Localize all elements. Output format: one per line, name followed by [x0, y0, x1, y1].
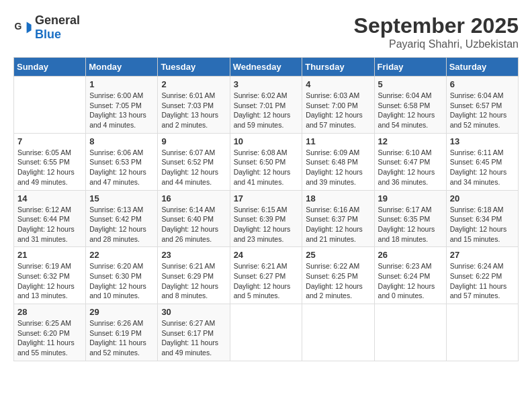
- day-info: Sunrise: 6:14 AM Sunset: 6:40 PM Dayligh…: [161, 205, 226, 244]
- col-monday: Monday: [86, 58, 158, 77]
- table-row: 6Sunrise: 6:04 AM Sunset: 6:57 PM Daylig…: [446, 77, 518, 134]
- table-row: [446, 304, 518, 361]
- table-row: 21Sunrise: 6:19 AM Sunset: 6:32 PM Dayli…: [14, 247, 86, 304]
- day-number: 8: [89, 136, 154, 146]
- day-number: 27: [450, 250, 515, 260]
- svg-marker-1: [27, 22, 32, 34]
- table-row: 20Sunrise: 6:18 AM Sunset: 6:34 PM Dayli…: [446, 190, 518, 247]
- table-row: 15Sunrise: 6:13 AM Sunset: 6:42 PM Dayli…: [86, 190, 158, 247]
- calendar-week-row: 1Sunrise: 6:00 AM Sunset: 7:05 PM Daylig…: [14, 77, 519, 134]
- day-info: Sunrise: 6:12 AM Sunset: 6:44 PM Dayligh…: [17, 205, 82, 244]
- table-row: 26Sunrise: 6:23 AM Sunset: 6:24 PM Dayli…: [374, 247, 446, 304]
- day-number: 29: [89, 307, 154, 317]
- day-info: Sunrise: 6:03 AM Sunset: 7:00 PM Dayligh…: [306, 91, 370, 130]
- day-info: Sunrise: 6:16 AM Sunset: 6:37 PM Dayligh…: [306, 205, 370, 244]
- table-row: 17Sunrise: 6:15 AM Sunset: 6:39 PM Dayli…: [230, 190, 302, 247]
- table-row: 3Sunrise: 6:02 AM Sunset: 7:01 PM Daylig…: [230, 77, 302, 134]
- day-info: Sunrise: 6:04 AM Sunset: 6:57 PM Dayligh…: [450, 91, 515, 130]
- day-info: Sunrise: 6:21 AM Sunset: 6:27 PM Dayligh…: [234, 261, 299, 301]
- day-info: Sunrise: 6:07 AM Sunset: 6:52 PM Dayligh…: [161, 148, 226, 187]
- day-info: Sunrise: 6:24 AM Sunset: 6:22 PM Dayligh…: [450, 261, 515, 301]
- table-row: [302, 304, 374, 361]
- day-info: Sunrise: 6:08 AM Sunset: 6:50 PM Dayligh…: [234, 148, 299, 187]
- day-info: Sunrise: 6:10 AM Sunset: 6:47 PM Dayligh…: [378, 148, 443, 187]
- day-number: 11: [306, 136, 370, 146]
- table-row: 11Sunrise: 6:09 AM Sunset: 6:48 PM Dayli…: [302, 133, 374, 190]
- table-row: 13Sunrise: 6:11 AM Sunset: 6:45 PM Dayli…: [446, 133, 518, 190]
- day-number: 3: [234, 79, 299, 89]
- table-row: 30Sunrise: 6:27 AM Sunset: 6:17 PM Dayli…: [158, 304, 230, 361]
- col-tuesday: Tuesday: [158, 58, 230, 77]
- col-saturday: Saturday: [446, 58, 518, 77]
- table-row: 9Sunrise: 6:07 AM Sunset: 6:52 PM Daylig…: [158, 133, 230, 190]
- calendar-table: Sunday Monday Tuesday Wednesday Thursday…: [13, 57, 519, 361]
- table-row: 29Sunrise: 6:26 AM Sunset: 6:19 PM Dayli…: [86, 304, 158, 361]
- table-row: 5Sunrise: 6:04 AM Sunset: 6:58 PM Daylig…: [374, 77, 446, 134]
- day-info: Sunrise: 6:20 AM Sunset: 6:30 PM Dayligh…: [89, 261, 154, 301]
- day-number: 1: [89, 79, 154, 89]
- day-number: 18: [306, 193, 370, 203]
- table-row: 16Sunrise: 6:14 AM Sunset: 6:40 PM Dayli…: [158, 190, 230, 247]
- col-wednesday: Wednesday: [230, 58, 302, 77]
- day-info: Sunrise: 6:17 AM Sunset: 6:35 PM Dayligh…: [378, 205, 443, 244]
- day-number: 4: [306, 79, 370, 89]
- table-row: 22Sunrise: 6:20 AM Sunset: 6:30 PM Dayli…: [86, 247, 158, 304]
- location-title: Payariq Shahri, Uzbekistan: [354, 38, 519, 50]
- calendar-week-row: 14Sunrise: 6:12 AM Sunset: 6:44 PM Dayli…: [14, 190, 519, 247]
- day-info: Sunrise: 6:27 AM Sunset: 6:17 PM Dayligh…: [161, 318, 226, 358]
- day-number: 26: [378, 250, 443, 260]
- calendar-week-row: 21Sunrise: 6:19 AM Sunset: 6:32 PM Dayli…: [14, 247, 519, 304]
- day-info: Sunrise: 6:23 AM Sunset: 6:24 PM Dayligh…: [378, 261, 443, 301]
- svg-text:G: G: [14, 21, 21, 32]
- col-thursday: Thursday: [302, 58, 374, 77]
- day-number: 20: [450, 193, 515, 203]
- day-number: 9: [161, 136, 226, 146]
- day-number: 12: [378, 136, 443, 146]
- col-friday: Friday: [374, 58, 446, 77]
- day-info: Sunrise: 6:18 AM Sunset: 6:34 PM Dayligh…: [450, 205, 515, 244]
- day-info: Sunrise: 6:01 AM Sunset: 7:03 PM Dayligh…: [161, 91, 226, 130]
- calendar-header-row: Sunday Monday Tuesday Wednesday Thursday…: [14, 58, 519, 77]
- day-info: Sunrise: 6:02 AM Sunset: 7:01 PM Dayligh…: [234, 91, 299, 130]
- day-info: Sunrise: 6:05 AM Sunset: 6:55 PM Dayligh…: [17, 148, 82, 187]
- table-row: 23Sunrise: 6:21 AM Sunset: 6:29 PM Dayli…: [158, 247, 230, 304]
- day-number: 25: [306, 250, 370, 260]
- day-number: 21: [17, 250, 82, 260]
- day-info: Sunrise: 6:04 AM Sunset: 6:58 PM Dayligh…: [378, 91, 443, 130]
- table-row: 18Sunrise: 6:16 AM Sunset: 6:37 PM Dayli…: [302, 190, 374, 247]
- day-number: 23: [161, 250, 226, 260]
- table-row: 25Sunrise: 6:22 AM Sunset: 6:25 PM Dayli…: [302, 247, 374, 304]
- day-number: 14: [17, 193, 82, 203]
- day-number: 5: [378, 79, 443, 89]
- logo: G General Blue: [13, 13, 80, 42]
- day-number: 30: [161, 307, 226, 317]
- table-row: 14Sunrise: 6:12 AM Sunset: 6:44 PM Dayli…: [14, 190, 86, 247]
- day-number: 2: [161, 79, 226, 89]
- table-row: 28Sunrise: 6:25 AM Sunset: 6:20 PM Dayli…: [14, 304, 86, 361]
- table-row: [230, 304, 302, 361]
- day-info: Sunrise: 6:26 AM Sunset: 6:19 PM Dayligh…: [89, 318, 154, 358]
- logo-blue: Blue: [35, 28, 61, 41]
- table-row: 4Sunrise: 6:03 AM Sunset: 7:00 PM Daylig…: [302, 77, 374, 134]
- table-row: 1Sunrise: 6:00 AM Sunset: 7:05 PM Daylig…: [86, 77, 158, 134]
- day-number: 15: [89, 193, 154, 203]
- page-header: G General Blue September 2025 Payariq Sh…: [13, 13, 519, 50]
- day-info: Sunrise: 6:21 AM Sunset: 6:29 PM Dayligh…: [161, 261, 226, 301]
- table-row: 24Sunrise: 6:21 AM Sunset: 6:27 PM Dayli…: [230, 247, 302, 304]
- day-info: Sunrise: 6:09 AM Sunset: 6:48 PM Dayligh…: [306, 148, 370, 187]
- logo-text: General Blue: [35, 13, 80, 42]
- day-number: 28: [17, 307, 82, 317]
- table-row: 10Sunrise: 6:08 AM Sunset: 6:50 PM Dayli…: [230, 133, 302, 190]
- table-row: 27Sunrise: 6:24 AM Sunset: 6:22 PM Dayli…: [446, 247, 518, 304]
- table-row: 8Sunrise: 6:06 AM Sunset: 6:53 PM Daylig…: [86, 133, 158, 190]
- calendar-week-row: 28Sunrise: 6:25 AM Sunset: 6:20 PM Dayli…: [14, 304, 519, 361]
- calendar-week-row: 7Sunrise: 6:05 AM Sunset: 6:55 PM Daylig…: [14, 133, 519, 190]
- table-row: [374, 304, 446, 361]
- day-number: 16: [161, 193, 226, 203]
- day-info: Sunrise: 6:13 AM Sunset: 6:42 PM Dayligh…: [89, 205, 154, 244]
- day-number: 22: [89, 250, 154, 260]
- day-number: 13: [450, 136, 515, 146]
- day-info: Sunrise: 6:15 AM Sunset: 6:39 PM Dayligh…: [234, 205, 299, 244]
- table-row: 7Sunrise: 6:05 AM Sunset: 6:55 PM Daylig…: [14, 133, 86, 190]
- month-title: September 2025: [354, 13, 519, 38]
